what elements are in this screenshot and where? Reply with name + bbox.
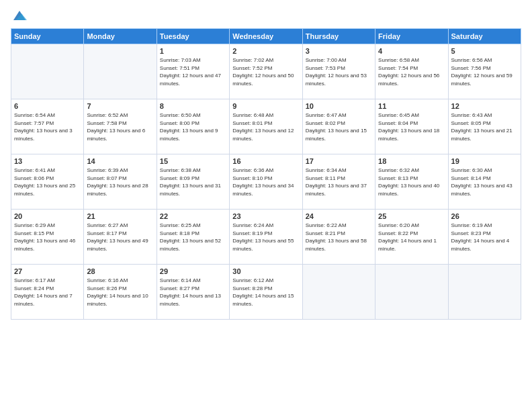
day-info: Sunrise: 6:54 AMSunset: 7:57 PMDaylight:… (14, 111, 81, 142)
weekday-friday: Friday (375, 29, 448, 44)
week-row-4: 20Sunrise: 6:29 AMSunset: 8:15 PMDayligh… (11, 210, 521, 265)
day-info: Sunrise: 6:38 AMSunset: 8:09 PMDaylight:… (160, 167, 226, 197)
calendar-cell: 22Sunrise: 6:25 AMSunset: 8:18 PMDayligh… (157, 210, 229, 265)
day-info: Sunrise: 6:47 AMSunset: 8:02 PMDaylight:… (306, 111, 372, 142)
weekday-saturday: Saturday (448, 29, 521, 44)
calendar-cell: 21Sunrise: 6:27 AMSunset: 8:17 PMDayligh… (84, 210, 157, 265)
calendar-table: SundayMondayTuesdayWednesdayThursdayFrid… (11, 28, 521, 320)
day-info: Sunrise: 6:39 AMSunset: 8:07 PMDaylight:… (87, 167, 153, 197)
day-number: 28 (87, 267, 153, 275)
day-number: 8 (160, 102, 226, 110)
calendar-cell: 8Sunrise: 6:50 AMSunset: 8:00 PMDaylight… (157, 99, 229, 154)
day-number: 5 (451, 47, 518, 55)
day-info: Sunrise: 6:20 AMSunset: 8:22 PMDaylight:… (378, 222, 445, 253)
calendar-cell (84, 44, 157, 99)
weekday-thursday: Thursday (302, 29, 375, 44)
day-number: 12 (451, 102, 518, 110)
day-info: Sunrise: 6:45 AMSunset: 8:04 PMDaylight:… (378, 111, 445, 142)
day-number: 30 (232, 267, 299, 275)
day-info: Sunrise: 6:43 AMSunset: 8:05 PMDaylight:… (451, 111, 518, 142)
logo (11, 8, 27, 23)
calendar-cell: 4Sunrise: 6:58 AMSunset: 7:54 PMDaylight… (375, 44, 448, 99)
calendar-cell (375, 265, 448, 320)
calendar-cell: 12Sunrise: 6:43 AMSunset: 8:05 PMDayligh… (448, 99, 521, 154)
day-info: Sunrise: 6:30 AMSunset: 8:14 PMDaylight:… (451, 167, 518, 197)
day-number: 3 (306, 47, 372, 55)
day-number: 18 (378, 157, 445, 165)
day-info: Sunrise: 6:22 AMSunset: 8:21 PMDaylight:… (306, 222, 372, 253)
day-number: 22 (160, 212, 226, 220)
calendar-cell: 26Sunrise: 6:19 AMSunset: 8:23 PMDayligh… (448, 210, 521, 265)
calendar-cell: 20Sunrise: 6:29 AMSunset: 8:15 PMDayligh… (11, 210, 84, 265)
calendar-cell: 11Sunrise: 6:45 AMSunset: 8:04 PMDayligh… (375, 99, 448, 154)
weekday-tuesday: Tuesday (157, 29, 229, 44)
calendar-cell: 10Sunrise: 6:47 AMSunset: 8:02 PMDayligh… (302, 99, 375, 154)
calendar-cell: 27Sunrise: 6:17 AMSunset: 8:24 PMDayligh… (11, 265, 84, 320)
week-row-1: 1Sunrise: 7:03 AMSunset: 7:51 PMDaylight… (11, 44, 521, 99)
day-info: Sunrise: 6:32 AMSunset: 8:13 PMDaylight:… (378, 167, 445, 197)
day-number: 24 (306, 212, 372, 220)
calendar-cell: 18Sunrise: 6:32 AMSunset: 8:13 PMDayligh… (375, 154, 448, 210)
calendar-cell: 14Sunrise: 6:39 AMSunset: 8:07 PMDayligh… (84, 154, 157, 210)
day-info: Sunrise: 6:56 AMSunset: 7:56 PMDaylight:… (451, 56, 518, 87)
calendar-cell: 16Sunrise: 6:36 AMSunset: 8:10 PMDayligh… (230, 154, 302, 210)
calendar-cell (448, 265, 521, 320)
day-info: Sunrise: 6:58 AMSunset: 7:54 PMDaylight:… (378, 56, 445, 87)
weekday-header-row: SundayMondayTuesdayWednesdayThursdayFrid… (11, 29, 521, 44)
week-row-5: 27Sunrise: 6:17 AMSunset: 8:24 PMDayligh… (11, 265, 521, 320)
day-number: 10 (306, 102, 372, 110)
calendar-cell: 13Sunrise: 6:41 AMSunset: 8:06 PMDayligh… (11, 154, 84, 210)
day-info: Sunrise: 6:34 AMSunset: 8:11 PMDaylight:… (306, 167, 372, 197)
weekday-wednesday: Wednesday (230, 29, 302, 44)
calendar-cell: 9Sunrise: 6:48 AMSunset: 8:01 PMDaylight… (230, 99, 302, 154)
calendar-cell: 29Sunrise: 6:14 AMSunset: 8:27 PMDayligh… (157, 265, 229, 320)
day-number: 23 (232, 212, 299, 220)
day-number: 21 (87, 212, 153, 220)
week-row-3: 13Sunrise: 6:41 AMSunset: 8:06 PMDayligh… (11, 154, 521, 210)
day-info: Sunrise: 6:50 AMSunset: 8:00 PMDaylight:… (160, 111, 226, 142)
day-info: Sunrise: 6:14 AMSunset: 8:27 PMDaylight:… (160, 277, 226, 308)
day-info: Sunrise: 6:17 AMSunset: 8:24 PMDaylight:… (14, 277, 81, 308)
calendar-cell: 17Sunrise: 6:34 AMSunset: 8:11 PMDayligh… (302, 154, 375, 210)
day-info: Sunrise: 7:00 AMSunset: 7:53 PMDaylight:… (306, 56, 372, 87)
calendar-cell: 15Sunrise: 6:38 AMSunset: 8:09 PMDayligh… (157, 154, 229, 210)
day-info: Sunrise: 6:19 AMSunset: 8:23 PMDaylight:… (451, 222, 518, 253)
day-number: 2 (232, 47, 299, 55)
page-header (11, 8, 521, 23)
calendar-cell: 30Sunrise: 6:12 AMSunset: 8:28 PMDayligh… (230, 265, 302, 320)
day-number: 25 (378, 212, 445, 220)
day-number: 1 (160, 47, 226, 55)
logo-icon (12, 8, 27, 23)
calendar-cell: 19Sunrise: 6:30 AMSunset: 8:14 PMDayligh… (448, 154, 521, 210)
day-number: 26 (451, 212, 518, 220)
day-info: Sunrise: 6:41 AMSunset: 8:06 PMDaylight:… (14, 167, 81, 197)
day-number: 6 (14, 102, 81, 110)
calendar-cell: 1Sunrise: 7:03 AMSunset: 7:51 PMDaylight… (157, 44, 229, 99)
calendar-cell: 5Sunrise: 6:56 AMSunset: 7:56 PMDaylight… (448, 44, 521, 99)
day-info: Sunrise: 6:25 AMSunset: 8:18 PMDaylight:… (160, 222, 226, 253)
day-info: Sunrise: 6:48 AMSunset: 8:01 PMDaylight:… (232, 111, 299, 142)
day-info: Sunrise: 7:03 AMSunset: 7:51 PMDaylight:… (160, 56, 226, 87)
day-info: Sunrise: 6:36 AMSunset: 8:10 PMDaylight:… (232, 167, 299, 197)
day-number: 7 (87, 102, 153, 110)
calendar-cell: 23Sunrise: 6:24 AMSunset: 8:19 PMDayligh… (230, 210, 302, 265)
calendar-cell: 25Sunrise: 6:20 AMSunset: 8:22 PMDayligh… (375, 210, 448, 265)
day-info: Sunrise: 6:16 AMSunset: 8:26 PMDaylight:… (87, 277, 153, 308)
day-number: 17 (306, 157, 372, 165)
day-number: 4 (378, 47, 445, 55)
day-info: Sunrise: 6:27 AMSunset: 8:17 PMDaylight:… (87, 222, 153, 253)
day-number: 9 (232, 102, 299, 110)
calendar-cell: 28Sunrise: 6:16 AMSunset: 8:26 PMDayligh… (84, 265, 157, 320)
day-number: 16 (232, 157, 299, 165)
week-row-2: 6Sunrise: 6:54 AMSunset: 7:57 PMDaylight… (11, 99, 521, 154)
calendar-cell: 2Sunrise: 7:02 AMSunset: 7:52 PMDaylight… (230, 44, 302, 99)
calendar-cell (302, 265, 375, 320)
day-number: 29 (160, 267, 226, 275)
calendar-cell: 7Sunrise: 6:52 AMSunset: 7:58 PMDaylight… (84, 99, 157, 154)
day-number: 19 (451, 157, 518, 165)
day-info: Sunrise: 7:02 AMSunset: 7:52 PMDaylight:… (232, 56, 299, 87)
weekday-sunday: Sunday (11, 29, 84, 44)
day-info: Sunrise: 6:12 AMSunset: 8:28 PMDaylight:… (232, 277, 299, 308)
day-number: 27 (14, 267, 81, 275)
calendar-cell: 6Sunrise: 6:54 AMSunset: 7:57 PMDaylight… (11, 99, 84, 154)
